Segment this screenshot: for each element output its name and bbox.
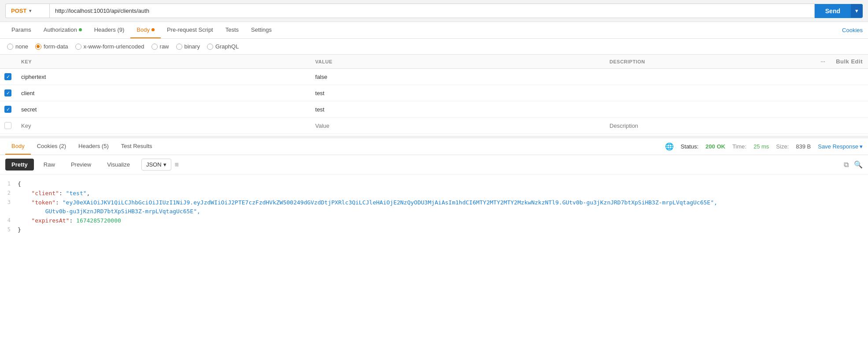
radio-raw[interactable]: raw <box>151 43 169 50</box>
row2-desc-input[interactable] <box>604 85 815 101</box>
response-tab-bar: Body Cookies (2) Headers (5) Test Result… <box>0 138 868 155</box>
format-tab-pretty[interactable]: Pretty <box>5 159 34 171</box>
radio-none-circle <box>7 44 13 50</box>
save-response-button[interactable]: Save Response ▾ <box>818 143 863 150</box>
row2-value-input[interactable] <box>310 85 604 101</box>
code-line-1: 1 { <box>0 180 868 189</box>
empty-value-input[interactable] <box>310 118 604 134</box>
bulk-edit-btn[interactable]: Bulk Edit <box>831 55 868 69</box>
row3-checkbox[interactable] <box>0 101 16 117</box>
row3-value-input[interactable] <box>310 102 604 117</box>
body-type-bar: none form-data x-www-form-urlencoded raw… <box>0 39 868 55</box>
url-input[interactable] <box>49 4 815 18</box>
row1-key-input[interactable] <box>16 69 310 85</box>
response-tab-body[interactable]: Body <box>5 138 31 155</box>
empty-key-input[interactable] <box>16 118 310 134</box>
tab-settings[interactable]: Settings <box>245 22 278 38</box>
empty-row-checkbox <box>4 122 11 129</box>
row3-checkbox-checked <box>4 106 11 113</box>
radio-form-data[interactable]: form-data <box>35 43 68 50</box>
code-area: 1 { 2 "client": "test", 3 "token": "eyJ0… <box>0 174 868 240</box>
code-line-2: 2 "client": "test", <box>0 189 868 198</box>
radio-binary[interactable]: binary <box>176 43 200 50</box>
radio-graphql[interactable]: GraphQL <box>207 43 239 50</box>
row1-value-input[interactable] <box>310 69 604 85</box>
params-table-container: KEY VALUE DESCRIPTION ··· Bulk Edit <box>0 55 868 134</box>
size-value: 839 B <box>796 143 811 150</box>
col-checkbox-header <box>0 55 16 69</box>
request-tab-bar: Params Authorization Headers (9) Body Pr… <box>0 22 868 39</box>
col-more-header: ··· <box>815 55 831 69</box>
code-line-3b: GUtv0b-gu3jKznJRD7btXpSiHB3Z-mrpLVqtagUc… <box>0 207 868 216</box>
row3-desc-input[interactable] <box>604 102 815 117</box>
response-tab-cookies[interactable]: Cookies (2) <box>31 138 72 155</box>
copy-button[interactable]: ⧉ <box>844 160 849 169</box>
format-tab-visualize[interactable]: Visualize <box>101 159 136 171</box>
code-line-3: 3 "token": "eyJ0eXAiOiJKV1QiLCJhbGciOiJI… <box>0 198 868 208</box>
method-label: POST <box>11 7 26 14</box>
row1-checkbox[interactable] <box>0 69 16 85</box>
time-value: 25 ms <box>753 143 769 150</box>
tab-tests[interactable]: Tests <box>219 22 245 38</box>
params-table: KEY VALUE DESCRIPTION ··· Bulk Edit <box>0 55 868 134</box>
send-button[interactable]: Send <box>815 4 851 18</box>
status-label: Status: <box>681 143 698 150</box>
empty-desc-input[interactable] <box>604 118 815 134</box>
format-bar: Pretty Raw Preview Visualize JSON ▾ ≡ ⧉ … <box>0 155 868 174</box>
response-section: Body Cookies (2) Headers (5) Test Result… <box>0 136 868 240</box>
radio-urlencoded-circle <box>75 44 81 50</box>
table-header: KEY VALUE DESCRIPTION ··· Bulk Edit <box>0 55 868 69</box>
row2-checkbox[interactable] <box>0 85 16 101</box>
row2-key-input[interactable] <box>16 85 310 101</box>
send-dropdown-button[interactable]: ▾ <box>851 4 863 18</box>
cookies-link[interactable]: Cookies <box>842 27 863 33</box>
code-line-5: 5 } <box>0 226 868 235</box>
code-line-4: 4 "expiresAt": 1674285720000 <box>0 216 868 226</box>
search-button[interactable]: 🔍 <box>854 160 863 169</box>
method-select[interactable]: POST ▾ <box>5 4 49 18</box>
response-meta: 🌐 Status: 200 OK Time: 25 ms Size: 839 B… <box>665 142 863 151</box>
radio-binary-circle <box>176 44 182 50</box>
radio-raw-circle <box>151 44 158 50</box>
table-row <box>0 101 868 118</box>
globe-icon: 🌐 <box>665 142 674 151</box>
tab-body[interactable]: Body <box>130 22 161 38</box>
table-empty-row <box>0 118 868 134</box>
row2-checkbox-checked <box>4 89 11 96</box>
col-key-header: KEY <box>16 55 310 69</box>
radio-graphql-circle <box>207 44 213 50</box>
row1-checkbox-checked <box>4 73 11 80</box>
response-tab-test-results[interactable]: Test Results <box>115 138 159 155</box>
radio-none[interactable]: none <box>7 43 28 50</box>
send-button-group: Send ▾ <box>815 4 863 18</box>
response-tab-headers[interactable]: Headers (5) <box>72 138 115 155</box>
col-value-header: VALUE <box>310 55 604 69</box>
format-actions: ⧉ 🔍 <box>844 160 863 169</box>
body-dot <box>151 28 155 31</box>
size-label: Size: <box>776 143 789 150</box>
tab-headers[interactable]: Headers (9) <box>88 22 131 38</box>
tab-authorization[interactable]: Authorization <box>37 22 88 38</box>
row1-desc-input[interactable] <box>604 69 815 85</box>
radio-urlencoded[interactable]: x-www-form-urlencoded <box>75 43 144 50</box>
authorization-dot <box>79 28 82 31</box>
top-bar: POST ▾ Send ▾ <box>0 0 868 22</box>
time-label: Time: <box>732 143 746 150</box>
wrap-icon[interactable]: ≡ <box>175 161 179 169</box>
json-select-chevron: ▾ <box>163 161 166 168</box>
json-format-select[interactable]: JSON ▾ <box>141 159 171 171</box>
radio-form-data-circle <box>35 44 41 50</box>
table-row <box>0 69 868 85</box>
tab-pre-request[interactable]: Pre-request Script <box>161 22 219 38</box>
table-row <box>0 85 868 101</box>
status-badge: 200 OK <box>705 143 725 150</box>
tab-params[interactable]: Params <box>5 22 37 38</box>
method-chevron-icon: ▾ <box>29 8 31 13</box>
col-desc-header: DESCRIPTION <box>604 55 815 69</box>
format-tab-preview[interactable]: Preview <box>65 159 97 171</box>
row3-key-input[interactable] <box>16 102 310 117</box>
format-tab-raw[interactable]: Raw <box>37 159 61 171</box>
